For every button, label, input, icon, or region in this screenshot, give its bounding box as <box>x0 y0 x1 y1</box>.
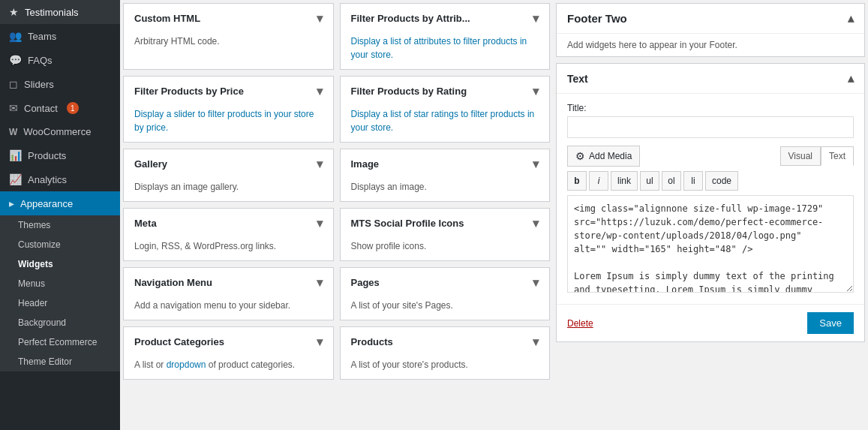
footer-two-header: Footer Two ▴ <box>557 4 864 34</box>
widget-filter-price-title: Filter Products by Price <box>134 86 244 97</box>
widget-gallery-header: Gallery ▾ <box>124 149 333 179</box>
submenu-perfect-ecommerce[interactable]: Perfect Ecommerce <box>0 332 120 352</box>
submenu-header[interactable]: Header <box>0 293 120 313</box>
sidebar-label-faqs: FAQs <box>28 55 53 66</box>
save-button[interactable]: Save <box>807 312 854 334</box>
format-bar: b i link ul ol li code <box>567 171 854 191</box>
chevron-down-icon: ▾ <box>317 275 323 290</box>
appearance-icon: ▸ <box>9 197 14 209</box>
widget-pages-header: Pages ▾ <box>341 268 550 297</box>
widget-filter-rating[interactable]: Filter Products by Rating ▾ Display a li… <box>340 76 551 143</box>
italic-button[interactable]: i <box>589 171 608 191</box>
sidebar-label-appearance: Appearance <box>20 198 73 209</box>
add-media-button[interactable]: ⚙ Add Media <box>567 146 640 167</box>
contact-icon: ✉ <box>9 102 18 114</box>
ol-button[interactable]: ol <box>662 171 681 191</box>
text-widget-title: Text <box>567 73 588 85</box>
submenu-customize[interactable]: Customize <box>0 235 120 254</box>
widget-products[interactable]: Products ▾ A list of your store's produc… <box>340 326 551 380</box>
sidebar-item-sliders[interactable]: ◻ Sliders <box>0 72 120 96</box>
sidebar-item-contact[interactable]: ✉ Contact 1 <box>0 96 120 120</box>
sidebar: ★ Testimonials 👥 Teams 💬 FAQs ◻ Sliders … <box>0 0 120 430</box>
widget-pages-title: Pages <box>351 277 380 288</box>
testimonials-icon: ★ <box>9 6 19 18</box>
widget-product-categories-title: Product Categories <box>134 336 224 347</box>
widget-filter-attrib[interactable]: Filter Products by Attrib... ▾ Display a… <box>340 3 551 70</box>
content-textarea[interactable]: <img class="alignnone size-full wp-image… <box>567 195 854 293</box>
visual-text-tabs: Visual Text <box>780 146 854 166</box>
widget-filter-price[interactable]: Filter Products by Price ▾ Display a sli… <box>123 76 334 143</box>
widget-custom-html-title: Custom HTML <box>134 13 200 24</box>
widget-filter-attrib-title: Filter Products by Attrib... <box>351 13 470 24</box>
sidebar-label-sliders: Sliders <box>24 79 54 90</box>
submenu-themes[interactable]: Themes <box>0 215 120 235</box>
widget-mts-social[interactable]: MTS Social Profile Icons ▾ Show profile … <box>340 208 551 261</box>
chevron-down-icon: ▾ <box>533 11 539 26</box>
widget-product-categories[interactable]: Product Categories ▾ A list or dropdown … <box>123 326 334 380</box>
contact-badge: 1 <box>67 102 79 114</box>
widget-pages[interactable]: Pages ▾ A list of your site's Pages. <box>340 267 551 320</box>
editor-toolbar-row: ⚙ Add Media Visual Text <box>567 146 854 167</box>
widget-products-desc: A list of your store's products. <box>341 356 550 379</box>
widget-nav-menu[interactable]: Navigation Menu ▾ Add a navigation menu … <box>123 267 334 320</box>
widget-mts-social-header: MTS Social Profile Icons ▾ <box>341 209 550 238</box>
chevron-down-icon: ▾ <box>533 157 539 171</box>
sidebar-item-analytics[interactable]: 📈 Analytics <box>0 167 120 191</box>
submenu-widgets[interactable]: Widgets <box>0 254 120 274</box>
sidebar-label-woo: WooCommerce <box>23 126 91 137</box>
sidebar-label-analytics: Analytics <box>28 174 67 185</box>
tab-visual[interactable]: Visual <box>780 146 821 166</box>
text-widget-body: Title: ⚙ Add Media Visual Text b i link <box>557 94 864 304</box>
sidebar-item-testimonials[interactable]: ★ Testimonials <box>0 0 120 24</box>
add-media-label: Add Media <box>589 151 632 161</box>
chevron-up-icon[interactable]: ▴ <box>848 71 854 86</box>
chevron-down-icon: ▾ <box>533 84 539 98</box>
submenu-background[interactable]: Background <box>0 313 120 332</box>
widget-image[interactable]: Image ▾ Displays an image. <box>340 149 551 202</box>
sidebar-item-faqs[interactable]: 💬 FAQs <box>0 48 120 72</box>
widget-meta[interactable]: Meta ▾ Login, RSS, & WordPress.org links… <box>123 208 334 261</box>
sidebar-item-appearance[interactable]: ▸ Appearance <box>0 191 120 215</box>
widget-image-title: Image <box>351 158 380 170</box>
chevron-down-icon: ▾ <box>317 11 323 26</box>
li-button[interactable]: li <box>683 171 703 191</box>
text-widget-header: Text ▴ <box>557 64 864 94</box>
widget-mts-social-title: MTS Social Profile Icons <box>351 218 464 229</box>
ul-button[interactable]: ul <box>640 171 659 191</box>
widget-custom-html[interactable]: Custom HTML ▾ Arbitrary HTML code. <box>123 3 334 70</box>
chevron-up-icon[interactable]: ▴ <box>848 11 854 26</box>
widget-gallery[interactable]: Gallery ▾ Displays an image gallery. <box>123 149 334 202</box>
bold-button[interactable]: b <box>567 171 587 191</box>
widget-product-categories-desc: A list or dropdown of product categories… <box>124 356 333 379</box>
code-button[interactable]: code <box>705 171 738 191</box>
widget-nav-menu-title: Navigation Menu <box>134 277 212 288</box>
tab-text[interactable]: Text <box>821 146 854 166</box>
submenu-theme-editor[interactable]: Theme Editor <box>0 352 120 371</box>
chevron-down-icon: ▾ <box>317 216 323 230</box>
sidebar-item-teams[interactable]: 👥 Teams <box>0 24 120 48</box>
widget-gallery-desc: Displays an image gallery. <box>124 179 333 201</box>
text-widget: Text ▴ Title: ⚙ Add Media Visual Text <box>556 63 865 342</box>
delete-link[interactable]: Delete <box>567 318 593 329</box>
analytics-icon: 📈 <box>9 173 22 185</box>
sidebar-item-products[interactable]: 📊 Products <box>0 143 120 167</box>
widget-meta-desc: Login, RSS, & WordPress.org links. <box>124 238 333 260</box>
sidebar-item-woocommerce[interactable]: W WooCommerce <box>0 120 120 143</box>
appearance-submenu: Themes Customize Widgets Menus Header Ba… <box>0 215 120 371</box>
chevron-down-icon: ▾ <box>317 335 323 349</box>
title-input[interactable] <box>567 116 854 138</box>
widget-meta-title: Meta <box>134 218 157 229</box>
chevron-down-icon: ▾ <box>317 84 323 98</box>
sidebar-label-products: Products <box>28 150 66 161</box>
widget-nav-menu-desc: Add a navigation menu to your sidebar. <box>124 297 333 320</box>
link-button[interactable]: link <box>611 171 638 191</box>
widget-gallery-title: Gallery <box>134 158 167 170</box>
submenu-menus[interactable]: Menus <box>0 274 120 293</box>
chevron-down-icon: ▾ <box>317 157 323 171</box>
faqs-icon: 💬 <box>9 54 22 66</box>
chevron-down-icon: ▾ <box>533 335 539 349</box>
widget-filter-price-desc: Display a slider to filter products in y… <box>124 106 333 142</box>
title-field-label: Title: <box>567 103 854 113</box>
teams-icon: 👥 <box>9 30 22 42</box>
widget-products-title: Products <box>351 336 393 347</box>
